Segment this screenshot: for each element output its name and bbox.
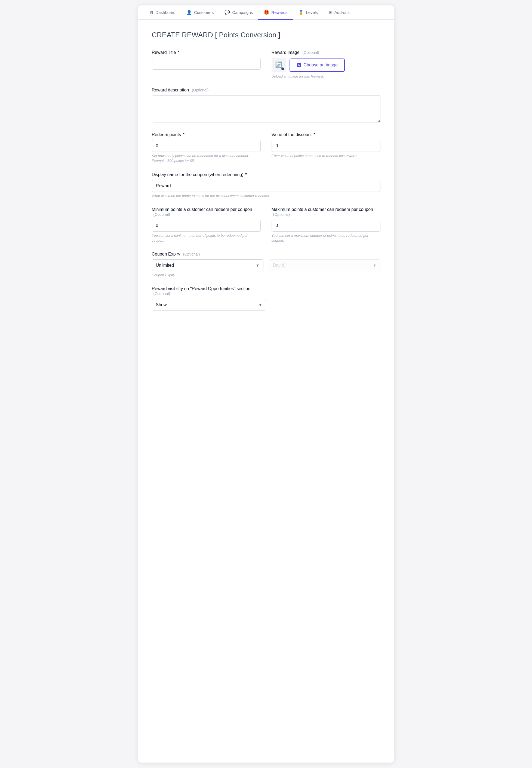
- page-title: CREATE REWARD [ Points Conversion ]: [152, 31, 380, 39]
- addons-icon: ⊞: [329, 10, 332, 15]
- reward-title-input[interactable]: [152, 58, 261, 70]
- form-row-description: Reward description (Optional): [152, 88, 380, 124]
- reward-visibility-group: Reward visibility on "Reward Opportuniti…: [152, 286, 266, 311]
- image-preview-dot: [281, 67, 284, 70]
- form-row-points-discount: Redeem points * Set how many points can …: [152, 132, 380, 163]
- max-points-label: Maximum points a customer can redeem per…: [272, 207, 380, 217]
- reward-image-optional: (Optional): [302, 50, 319, 55]
- reward-title-label: Reward Title *: [152, 50, 261, 55]
- value-discount-input[interactable]: [272, 140, 380, 152]
- coupon-expiry-days-select[interactable]: Day(s): [269, 259, 380, 271]
- redeem-points-label: Redeem points *: [152, 132, 261, 137]
- value-discount-group: Value of the discount * Enter value of p…: [272, 132, 380, 163]
- max-points-input[interactable]: [272, 220, 380, 232]
- min-points-label: Minimum points a customer can redeem per…: [152, 207, 261, 217]
- value-discount-hint: Enter value of points to be used to rede…: [272, 153, 380, 158]
- reward-image-group: Reward image (Optional) 🔄 🖼 Choose an im…: [272, 50, 380, 79]
- choose-image-label: Choose an image: [304, 63, 338, 67]
- tab-levels-label: Levels: [306, 10, 318, 15]
- min-points-group: Minimum points a customer can redeem per…: [152, 207, 261, 243]
- redeem-points-input[interactable]: [152, 140, 261, 152]
- page-title-bracket: [ Points Conversion ]: [215, 31, 280, 39]
- tab-customers-label: Customers: [194, 10, 214, 15]
- coupon-expiry-days-select-wrapper: Day(s) ▼: [269, 259, 380, 271]
- reward-description-optional: (Optional): [192, 88, 208, 92]
- tab-addons-label: Add-ons: [334, 10, 350, 15]
- max-points-hint: You can set a maximum number of points t…: [272, 233, 380, 243]
- coupon-expiry-hint: Coupon Expiry: [152, 273, 380, 278]
- dashboard-icon: 🖥: [149, 10, 153, 15]
- reward-title-group: Reward Title *: [152, 50, 261, 79]
- coupon-expiry-select[interactable]: Unlimited 1 Day 7 Days 30 Days Custom: [152, 259, 263, 271]
- tab-dashboard[interactable]: 🖥 Dashboard: [144, 5, 181, 20]
- coupon-display-name-hint: What would be the name to show for the d…: [152, 193, 380, 198]
- form-row-min-max-points: Minimum points a customer can redeem per…: [152, 207, 380, 243]
- image-upload-area: 🔄 🖼 Choose an image: [272, 58, 380, 72]
- main-content: CREATE REWARD [ Points Conversion ] Rewa…: [138, 20, 394, 330]
- coupon-display-name-label: Display name for the coupon (when redeem…: [152, 172, 380, 177]
- reward-title-required: *: [178, 50, 179, 55]
- tab-campaigns-label: Campaigns: [232, 10, 253, 15]
- form-row-visibility: Reward visibility on "Reward Opportuniti…: [152, 286, 380, 311]
- tab-campaigns[interactable]: 💬 Campaigns: [219, 5, 258, 20]
- customers-icon: 👤: [186, 10, 192, 15]
- reward-image-hint: Upload an image for this Reward.: [272, 74, 380, 79]
- form-row-coupon-expiry: Coupon Expiry (Optional) Unlimited 1 Day…: [152, 252, 380, 278]
- tab-customers[interactable]: 👤 Customers: [181, 5, 219, 20]
- reward-visibility-optional: (Optional): [153, 291, 170, 296]
- tab-addons[interactable]: ⊞ Add-ons: [323, 5, 355, 20]
- min-points-optional: (Optional): [153, 212, 170, 217]
- tab-dashboard-label: Dashboard: [156, 10, 176, 15]
- levels-icon: 🏅: [298, 10, 304, 15]
- reward-description-textarea[interactable]: [152, 95, 380, 122]
- tab-rewards-label: Rewards: [271, 10, 287, 15]
- choose-image-icon: 🖼: [297, 62, 302, 68]
- app-container: 🖥 Dashboard 👤 Customers 💬 Campaigns 🎁 Re…: [138, 5, 394, 763]
- coupon-expiry-selects: Unlimited 1 Day 7 Days 30 Days Custom ▼ …: [152, 259, 380, 271]
- tab-levels[interactable]: 🏅 Levels: [293, 5, 323, 20]
- coupon-expiry-label: Coupon Expiry (Optional): [152, 252, 380, 257]
- form-row-title-image: Reward Title * Reward image (Optional) 🔄: [152, 50, 380, 79]
- reward-visibility-label: Reward visibility on "Reward Opportuniti…: [152, 286, 266, 296]
- coupon-expiry-optional: (Optional): [183, 252, 200, 256]
- reward-description-group: Reward description (Optional): [152, 88, 380, 124]
- reward-visibility-select[interactable]: Show Hide: [152, 299, 266, 311]
- image-preview-icon: 🔄: [275, 62, 282, 69]
- form-row-coupon-name: Display name for the coupon (when redeem…: [152, 172, 380, 198]
- choose-image-button[interactable]: 🖼 Choose an image: [290, 59, 345, 72]
- redeem-points-hint: Set how many points can be redeemed for …: [152, 153, 261, 163]
- coupon-expiry-group: Coupon Expiry (Optional) Unlimited 1 Day…: [152, 252, 380, 278]
- redeem-points-group: Redeem points * Set how many points can …: [152, 132, 261, 163]
- coupon-display-name-input[interactable]: [152, 180, 380, 192]
- reward-image-label: Reward image (Optional): [272, 50, 380, 55]
- image-preview: 🔄: [272, 58, 286, 72]
- coupon-display-name-group: Display name for the coupon (when redeem…: [152, 172, 380, 198]
- max-points-group: Maximum points a customer can redeem per…: [272, 207, 380, 243]
- campaigns-icon: 💬: [225, 10, 230, 15]
- min-points-hint: You can set a minimum number of points t…: [152, 233, 261, 243]
- max-points-optional: (Optional): [273, 212, 290, 217]
- page-title-bold: CREATE REWARD: [152, 31, 213, 39]
- value-discount-label: Value of the discount *: [272, 132, 380, 137]
- coupon-expiry-select-wrapper: Unlimited 1 Day 7 Days 30 Days Custom ▼: [152, 259, 263, 271]
- nav-tabs: 🖥 Dashboard 👤 Customers 💬 Campaigns 🎁 Re…: [138, 5, 394, 20]
- reward-visibility-select-wrapper: Show Hide ▼: [152, 299, 266, 311]
- min-points-input[interactable]: [152, 220, 261, 232]
- reward-description-label: Reward description (Optional): [152, 88, 380, 93]
- rewards-icon: 🎁: [264, 10, 269, 15]
- tab-rewards[interactable]: 🎁 Rewards: [258, 5, 293, 20]
